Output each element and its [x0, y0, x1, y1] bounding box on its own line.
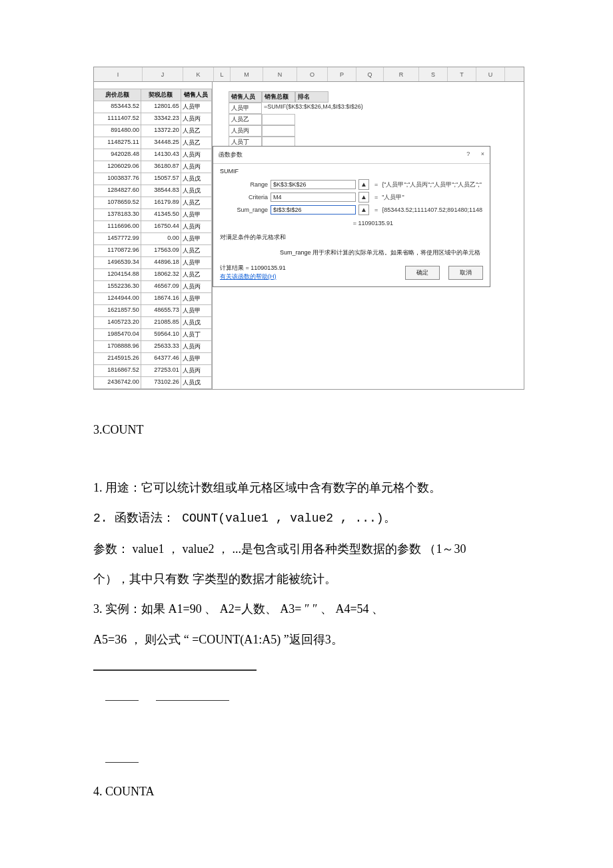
cell-tax[interactable]: 15057.57 — [141, 173, 181, 185]
cell-person[interactable]: 人员丙 — [181, 281, 212, 292]
sum-range-preview: {853443.52;1111407.52;891480;1148 — [382, 207, 483, 213]
cell-tax[interactable]: 48655.73 — [141, 305, 181, 316]
cell-amount[interactable]: 1496539.34 — [94, 257, 141, 268]
table-row: 1621857.5048655.73人员甲 — [94, 305, 212, 317]
table-row: 1284827.6038544.83人员戊 — [94, 185, 212, 197]
cell-tax[interactable]: 34448.25 — [141, 137, 181, 149]
cell-tax[interactable]: 27253.01 — [141, 365, 181, 376]
cell-amount[interactable]: 1378183.30 — [94, 209, 141, 220]
cell-person[interactable]: 人员甲 — [181, 257, 212, 268]
column-headers: I J K L M N O P Q R S T U — [94, 67, 524, 82]
cell-person[interactable]: 人员甲 — [181, 101, 212, 113]
summary-cell[interactable] — [262, 114, 295, 125]
col-header: S — [419, 67, 448, 81]
close-icon[interactable]: × — [481, 151, 484, 157]
ok-button[interactable]: 确定 — [405, 266, 440, 280]
cell-amount[interactable]: 1985470.04 — [94, 329, 141, 340]
cell-person[interactable]: 人员乙 — [181, 125, 212, 137]
cell-amount[interactable]: 891480.00 — [94, 125, 141, 137]
cell-person[interactable]: 人员乙 — [181, 245, 212, 256]
cell-amount[interactable]: 1078659.52 — [94, 197, 141, 209]
cell-tax[interactable]: 16179.89 — [141, 197, 181, 209]
cell-person[interactable]: 人员戊 — [181, 317, 212, 328]
cell-amount[interactable]: 2436742.00 — [94, 377, 141, 388]
cell-amount[interactable]: 1170872.96 — [94, 245, 141, 256]
cell-person[interactable]: 人员丙 — [181, 341, 212, 352]
cell-amount[interactable]: 1621857.50 — [94, 305, 141, 316]
cell-tax[interactable]: 41345.50 — [141, 209, 181, 220]
cell-amount[interactable]: 1111407.52 — [94, 113, 141, 125]
help-icon[interactable]: ? — [466, 151, 470, 157]
cell-amount[interactable]: 1116696.00 — [94, 221, 141, 232]
cell-person[interactable]: 人员乙 — [181, 197, 212, 209]
cell-person[interactable]: 人员甲 — [181, 209, 212, 220]
cell-amount[interactable]: 1206029.06 — [94, 161, 141, 173]
cell-tax[interactable]: 21085.85 — [141, 317, 181, 328]
cell-person[interactable]: 人员丙 — [181, 221, 212, 232]
cell-amount[interactable]: 853443.52 — [94, 101, 141, 113]
range-input[interactable]: $K$3:$K$26 — [271, 180, 356, 189]
cell-amount[interactable]: 1204154.88 — [94, 269, 141, 280]
table-row: 1206029.0636180.87人员丙 — [94, 161, 212, 173]
cell-tax[interactable]: 17563.09 — [141, 245, 181, 256]
criteria-input[interactable]: M4 — [271, 193, 356, 202]
cell-tax[interactable]: 14130.43 — [141, 149, 181, 161]
cell-amount[interactable]: 1816867.52 — [94, 365, 141, 376]
cell-person[interactable]: 人员丁 — [181, 329, 212, 340]
cell-tax[interactable]: 36180.87 — [141, 161, 181, 173]
cell-amount[interactable]: 1284827.60 — [94, 185, 141, 197]
cell-person[interactable]: 人员戊 — [181, 377, 212, 388]
cell-amount[interactable]: 2145915.26 — [94, 353, 141, 364]
cell-tax[interactable]: 12801.65 — [141, 101, 181, 113]
table-row: 1405723.2021085.85人员戊 — [94, 317, 212, 329]
cell-tax[interactable]: 64377.46 — [141, 353, 181, 364]
cell-tax[interactable]: 18062.32 — [141, 269, 181, 280]
summary-cell[interactable]: 人员甲 — [229, 103, 262, 114]
cell-person[interactable]: 人员丙 — [181, 365, 212, 376]
cell-person[interactable]: 人员甲 — [181, 233, 212, 244]
cell-person[interactable]: 人员乙 — [181, 269, 212, 280]
cell-person[interactable]: 人员丙 — [181, 161, 212, 173]
cell-tax[interactable]: 0.00 — [141, 233, 181, 244]
cell-amount[interactable]: 942028.48 — [94, 149, 141, 161]
range-picker-icon[interactable]: ▲ — [358, 179, 369, 190]
table-row: 1378183.3041345.50人员甲 — [94, 209, 212, 221]
cell-person[interactable]: 人员甲 — [181, 353, 212, 364]
summary-cell[interactable] — [262, 125, 295, 137]
cell-amount[interactable]: 1148275.11 — [94, 137, 141, 149]
cell-person[interactable]: 人员丙 — [181, 149, 212, 161]
cell-person[interactable]: 人员戊 — [181, 173, 212, 185]
cell-amount[interactable]: 1405723.20 — [94, 317, 141, 328]
range-picker-icon[interactable]: ▲ — [358, 205, 369, 215]
cell-tax[interactable]: 16750.44 — [141, 221, 181, 232]
cancel-button[interactable]: 取消 — [448, 266, 483, 280]
cell-tax[interactable]: 13372.20 — [141, 125, 181, 137]
function-help-link[interactable]: 有关该函数的帮助(H) — [220, 273, 277, 280]
cell-tax[interactable]: 59564.10 — [141, 329, 181, 340]
cell-tax[interactable]: 44896.18 — [141, 257, 181, 268]
summary-cell[interactable]: 人员乙 — [229, 114, 262, 125]
cell-amount[interactable]: 1003837.76 — [94, 173, 141, 185]
cell-tax[interactable]: 38544.83 — [141, 185, 181, 197]
cell-amount[interactable]: 1244944.00 — [94, 293, 141, 304]
field-criteria: Criteria M4 ▲ = "人员甲" — [220, 192, 483, 203]
sum-range-input[interactable]: $I$3:$I$26 — [271, 205, 356, 215]
range-picker-icon[interactable]: ▲ — [358, 192, 369, 203]
cell-tax[interactable]: 33342.23 — [141, 113, 181, 125]
cell-person[interactable]: 人员甲 — [181, 293, 212, 304]
table-header-row: 房价总额 契税总额 销售人员 — [94, 89, 212, 101]
cell-person[interactable]: 人员甲 — [181, 305, 212, 316]
summary-cell[interactable]: 人员丙 — [229, 125, 262, 137]
cell-tax[interactable]: 18674.16 — [141, 293, 181, 304]
cell-amount[interactable]: 1457772.99 — [94, 233, 141, 244]
heading-counta: 4. COUNTA — [93, 785, 613, 799]
cell-tax[interactable]: 46567.09 — [141, 281, 181, 292]
cell-amount[interactable]: 1552236.30 — [94, 281, 141, 292]
cell-tax[interactable]: 25633.33 — [141, 341, 181, 352]
cell-person[interactable]: 人员乙 — [181, 137, 212, 149]
cell-person[interactable]: 人员戊 — [181, 185, 212, 197]
cell-amount[interactable]: 1708888.96 — [94, 341, 141, 352]
table-row: 1204154.8818062.32人员乙 — [94, 269, 212, 281]
cell-tax[interactable]: 73102.26 — [141, 377, 181, 388]
cell-person[interactable]: 人员丙 — [181, 113, 212, 125]
